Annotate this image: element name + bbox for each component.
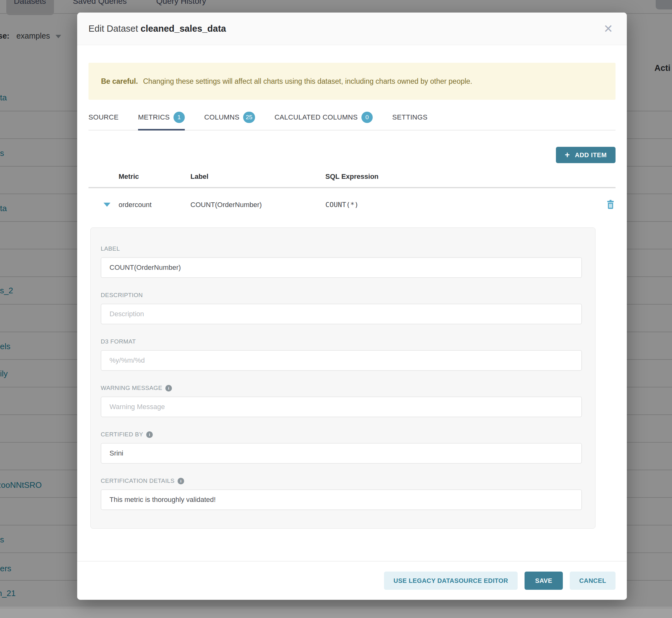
d3-format-field-label: D3 FORMAT — [101, 338, 582, 345]
info-icon: i — [146, 431, 153, 438]
metrics-table-header: Metric Label SQL Expression — [88, 173, 615, 188]
modal-title: Edit Dataset cleaned_sales_data — [88, 23, 226, 34]
metric-detail-panel: LABEL DESCRIPTION D3 FORMAT — [90, 227, 595, 529]
warning-message-field-label: WARNING MESSAGE i — [101, 385, 582, 392]
tab-count-badge: 1 — [174, 112, 185, 123]
tab-count-badge: 0 — [361, 112, 373, 123]
d3-format-field[interactable] — [101, 350, 582, 371]
expand-caret-icon[interactable] — [104, 203, 110, 207]
column-header-label: Label — [190, 173, 325, 181]
metric-row: ordercount COUNT(OrderNumber) COUNT(*) — [88, 188, 615, 221]
modal-title-prefix: Edit Dataset — [88, 23, 138, 33]
certification-details-field-label: CERTIFICATION DETAILS i — [101, 478, 582, 484]
metrics-table: Metric Label SQL Expression ordercount C… — [88, 173, 615, 221]
tab-label: CALCULATED COLUMNS — [275, 113, 358, 121]
modal-tabs: SOURCE METRICS 1 COLUMNS 25 CALCULATED C… — [88, 105, 615, 130]
add-item-label: ADD ITEM — [575, 151, 607, 159]
label-field[interactable] — [101, 257, 582, 278]
add-item-button[interactable]: + ADD ITEM — [556, 147, 615, 163]
warning-banner-bold: Be careful. — [101, 77, 138, 85]
screen: Datasets Saved Queries Query History se:… — [0, 0, 672, 618]
background-footer-strip — [0, 607, 672, 618]
certification-details-field[interactable] — [101, 489, 582, 510]
column-header-metric: Metric — [119, 173, 190, 181]
description-field[interactable] — [101, 304, 582, 324]
label-field-label: LABEL — [101, 245, 582, 252]
tab-label: SOURCE — [88, 113, 119, 121]
close-icon[interactable]: ✕ — [601, 22, 615, 36]
tab-calculated-columns[interactable]: CALCULATED COLUMNS 0 — [275, 105, 373, 130]
tab-label: SETTINGS — [392, 113, 427, 121]
tab-label: METRICS — [138, 113, 170, 121]
delete-metric-button[interactable] — [605, 199, 615, 210]
tab-label: COLUMNS — [204, 113, 239, 121]
modal-footer: USE LEGACY DATASOURCE EDITOR SAVE CANCEL — [77, 561, 627, 600]
tab-count-badge: 25 — [243, 112, 255, 123]
metric-label: COUNT(OrderNumber) — [190, 201, 325, 209]
description-field-label: DESCRIPTION — [101, 292, 582, 299]
warning-message-field[interactable] — [101, 397, 582, 417]
metric-name: ordercount — [119, 201, 190, 209]
metric-sql-expression: COUNT(*) — [325, 201, 600, 209]
modal-title-dataset-name: cleaned_sales_data — [140, 23, 226, 33]
use-legacy-datasource-editor-button[interactable]: USE LEGACY DATASOURCE EDITOR — [384, 572, 517, 590]
tab-metrics[interactable]: METRICS 1 — [138, 105, 185, 130]
certified-by-field[interactable] — [101, 443, 582, 463]
edit-dataset-modal: Edit Dataset cleaned_sales_data ✕ Be car… — [77, 13, 627, 600]
modal-body: Be careful. Changing these settings will… — [77, 63, 627, 529]
certified-by-field-label: CERTIFIED BY i — [101, 431, 582, 438]
info-icon: i — [178, 478, 184, 484]
column-header-sql-expression: SQL Expression — [325, 173, 600, 181]
tab-columns[interactable]: COLUMNS 25 — [204, 105, 255, 130]
warning-banner: Be careful. Changing these settings will… — [88, 63, 615, 100]
warning-banner-text: Changing these settings will affect all … — [143, 77, 472, 85]
tab-settings[interactable]: SETTINGS — [392, 105, 427, 130]
info-icon: i — [165, 385, 172, 392]
cancel-button[interactable]: CANCEL — [570, 572, 615, 590]
plus-icon: + — [565, 151, 570, 160]
tab-source[interactable]: SOURCE — [88, 105, 119, 130]
save-button[interactable]: SAVE — [524, 572, 563, 590]
modal-header: Edit Dataset cleaned_sales_data ✕ — [77, 13, 627, 45]
trash-icon — [605, 199, 615, 210]
